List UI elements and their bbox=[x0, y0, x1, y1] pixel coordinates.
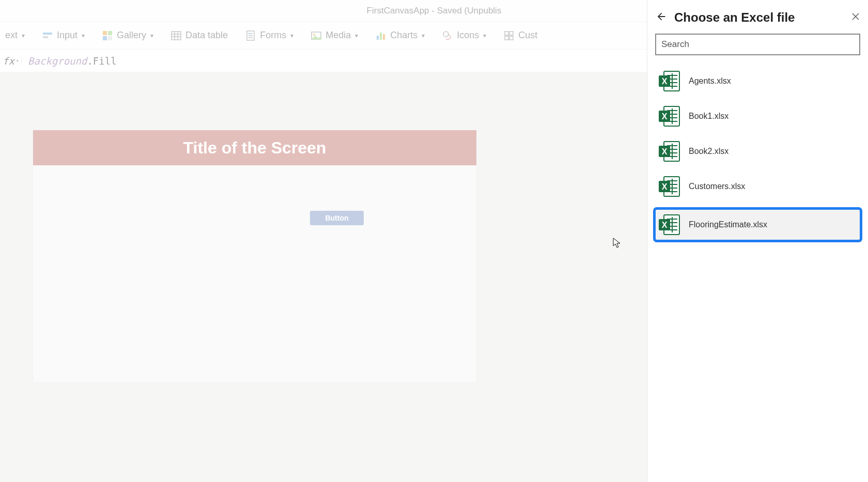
excel-file-icon: X bbox=[658, 213, 681, 237]
chevron-down-icon: ▾ bbox=[150, 32, 153, 39]
ribbon-forms[interactable]: Forms ▾ bbox=[245, 30, 293, 41]
svg-point-20 bbox=[443, 32, 448, 37]
icons-icon bbox=[442, 30, 453, 41]
fx-label: fx bbox=[3, 55, 14, 67]
media-icon bbox=[311, 30, 321, 41]
close-button[interactable] bbox=[851, 12, 860, 23]
excel-file-icon: X bbox=[658, 139, 681, 163]
file-name: Agents.xlsx bbox=[689, 76, 731, 86]
svg-rect-19 bbox=[383, 34, 385, 40]
ribbon-icons[interactable]: Icons ▾ bbox=[442, 30, 486, 41]
excel-file-icon: X bbox=[658, 69, 681, 93]
ribbon-charts[interactable]: Charts ▾ bbox=[376, 30, 425, 41]
chevron-down-icon: ▾ bbox=[22, 32, 25, 39]
svg-text:X: X bbox=[662, 112, 668, 121]
panel-title: Choose an Excel file bbox=[674, 10, 844, 25]
svg-point-16 bbox=[313, 34, 315, 36]
gallery-icon bbox=[102, 30, 113, 41]
panel-header: Choose an Excel file bbox=[656, 7, 860, 34]
file-name: Customers.xlsx bbox=[689, 182, 745, 191]
back-button[interactable] bbox=[656, 11, 667, 24]
ribbon-custom[interactable]: Cust bbox=[504, 30, 537, 41]
formula-object: Background bbox=[28, 55, 87, 67]
fx-button[interactable]: fx ▾ bbox=[0, 55, 22, 67]
excel-file-icon: X bbox=[658, 104, 681, 128]
file-item[interactable]: X Book2.xlsx bbox=[656, 139, 860, 163]
chevron-down-icon: ▾ bbox=[290, 32, 293, 39]
file-list: X Agents.xlsx X Book1.xlsx X Book2.xlsx … bbox=[656, 69, 860, 240]
file-item[interactable]: X Agents.xlsx bbox=[656, 69, 860, 93]
svg-rect-18 bbox=[380, 33, 382, 40]
formula-property: .Fill bbox=[87, 55, 116, 67]
arrow-left-icon bbox=[656, 11, 667, 22]
forms-icon bbox=[245, 30, 256, 41]
svg-text:X: X bbox=[662, 77, 668, 86]
ribbon-input[interactable]: Input ▾ bbox=[42, 30, 85, 41]
app-title: FirstCanvasApp - Saved (Unpublis bbox=[367, 6, 502, 16]
file-item[interactable]: X FlooringEstimate.xlsx bbox=[656, 210, 860, 240]
chevron-down-icon: ▾ bbox=[483, 32, 486, 39]
svg-text:X: X bbox=[662, 147, 668, 156]
file-item[interactable]: X Customers.xlsx bbox=[656, 175, 860, 198]
ribbon-text[interactable]: ext ▾ bbox=[5, 30, 25, 41]
screen-title-bar[interactable]: Title of the Screen bbox=[33, 130, 476, 165]
search-input[interactable] bbox=[656, 34, 860, 55]
chevron-down-icon: ▾ bbox=[16, 58, 19, 64]
svg-rect-3 bbox=[108, 31, 112, 35]
input-icon bbox=[42, 30, 53, 41]
svg-text:X: X bbox=[662, 182, 668, 191]
ribbon-gallery[interactable]: Gallery ▾ bbox=[102, 30, 153, 41]
svg-rect-21 bbox=[505, 32, 508, 35]
file-name: Book2.xlsx bbox=[689, 147, 729, 156]
file-name: Book1.xlsx bbox=[689, 112, 729, 121]
ribbon-media[interactable]: Media ▾ bbox=[311, 30, 358, 41]
excel-file-icon: X bbox=[658, 175, 681, 198]
chevron-down-icon: ▾ bbox=[422, 32, 425, 39]
chevron-down-icon: ▾ bbox=[82, 32, 85, 39]
svg-rect-23 bbox=[505, 36, 508, 40]
charts-icon bbox=[376, 30, 386, 41]
chevron-down-icon: ▾ bbox=[355, 32, 358, 39]
screen-title-text: Title of the Screen bbox=[183, 138, 327, 158]
screen-canvas[interactable]: Title of the Screen Button bbox=[33, 130, 476, 382]
custom-icon bbox=[504, 30, 514, 41]
svg-rect-0 bbox=[43, 33, 52, 35]
svg-rect-2 bbox=[103, 31, 107, 35]
svg-text:X: X bbox=[662, 221, 668, 229]
close-icon bbox=[851, 12, 860, 21]
svg-rect-24 bbox=[509, 36, 513, 40]
file-item[interactable]: X Book1.xlsx bbox=[656, 104, 860, 128]
table-icon bbox=[171, 30, 181, 41]
svg-rect-17 bbox=[377, 36, 379, 40]
canvas-button[interactable]: Button bbox=[310, 211, 364, 225]
svg-rect-1 bbox=[43, 36, 48, 38]
excel-file-panel: Choose an Excel file X Agents.xlsx X Boo… bbox=[647, 0, 868, 482]
svg-rect-22 bbox=[509, 32, 513, 35]
file-name: FlooringEstimate.xlsx bbox=[689, 220, 767, 229]
ribbon-data-table[interactable]: Data table bbox=[171, 30, 228, 41]
svg-rect-6 bbox=[172, 32, 181, 40]
svg-rect-4 bbox=[103, 36, 107, 40]
svg-rect-5 bbox=[108, 36, 112, 40]
